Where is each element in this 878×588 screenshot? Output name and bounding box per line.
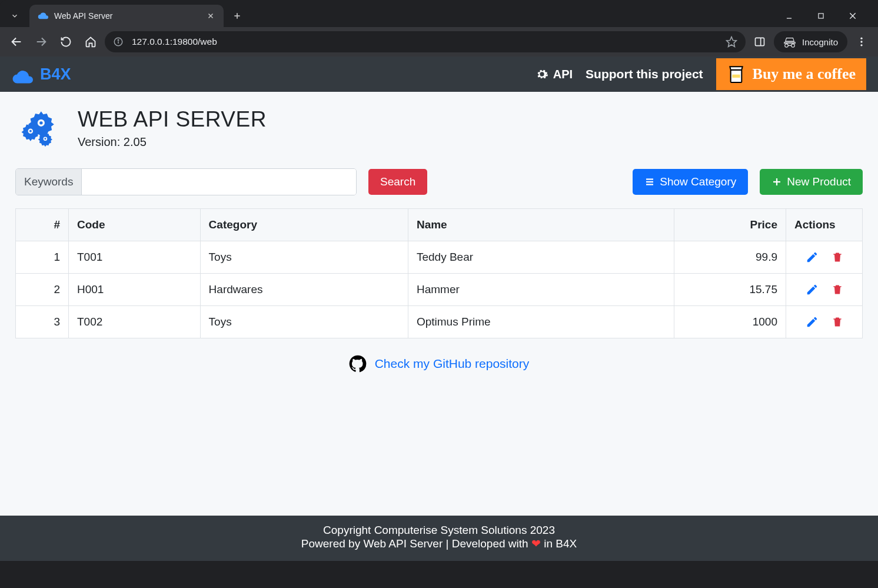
address-bar[interactable]: 127.0.0.1:19800/web (105, 31, 746, 52)
maximize-button[interactable] (812, 7, 830, 25)
url-text: 127.0.0.1:19800/web (132, 36, 717, 47)
col-num: # (16, 209, 69, 241)
app-navbar: B4X API Support this project Buy me a co… (0, 57, 878, 92)
github-icon (349, 355, 367, 373)
keywords-label: Keywords (16, 169, 82, 195)
cell-price: 99.9 (674, 241, 786, 274)
version-text: Version: 2.05 (78, 135, 267, 149)
cell-price: 1000 (674, 306, 786, 338)
support-link[interactable]: Support this project (586, 67, 703, 81)
edit-icon[interactable] (806, 251, 819, 264)
cell-num: 3 (16, 306, 69, 338)
show-category-label: Show Category (660, 175, 736, 188)
col-price: Price (674, 209, 786, 241)
forward-button[interactable] (31, 31, 52, 52)
footer-line1: Copyright Computerise System Solutions 2… (0, 524, 878, 537)
minimize-button[interactable] (780, 7, 798, 25)
delete-icon[interactable] (832, 315, 843, 328)
brand-text: B4X (40, 65, 71, 84)
edit-icon[interactable] (806, 315, 819, 328)
keywords-input[interactable] (82, 169, 356, 195)
cell-name: Hammer (408, 274, 674, 306)
plus-icon (771, 177, 782, 187)
browser-chrome: Web API Server 127.0.0.1:19800/web Incog… (0, 0, 878, 57)
buy-coffee-button[interactable]: Buy me a coffee (716, 58, 866, 90)
cell-num: 1 (16, 241, 69, 274)
coffee-cup-icon (727, 64, 746, 85)
window-controls (780, 7, 873, 25)
tab-strip: Web API Server (0, 0, 878, 27)
heart-icon: ❤ (531, 537, 541, 550)
cell-num: 2 (16, 274, 69, 306)
api-link[interactable]: API (536, 68, 573, 81)
site-info-icon[interactable] (113, 36, 124, 47)
keywords-group: Keywords (15, 168, 357, 195)
show-category-button[interactable]: Show Category (633, 169, 748, 195)
incognito-indicator[interactable]: Incognito (774, 31, 847, 52)
new-product-button[interactable]: New Product (760, 169, 863, 195)
cell-category: Hardwares (200, 274, 408, 306)
svg-point-18 (860, 44, 862, 46)
bookmark-star-icon[interactable] (726, 36, 737, 48)
svg-point-27 (44, 138, 46, 139)
col-actions: Actions (786, 209, 863, 241)
cell-code: T002 (69, 306, 201, 338)
cloud-icon (12, 67, 33, 82)
tab-title: Web API Server (54, 11, 200, 21)
col-category: Category (200, 209, 408, 241)
svg-rect-5 (819, 14, 823, 18)
svg-point-17 (860, 41, 862, 42)
svg-point-12 (118, 39, 119, 41)
cell-category: Toys (200, 306, 408, 338)
col-name: Name (408, 209, 674, 241)
col-code: Code (69, 209, 201, 241)
cell-code: H001 (69, 274, 201, 306)
browser-menu-button[interactable] (851, 31, 872, 52)
cell-category: Toys (200, 241, 408, 274)
browser-toolbar: 127.0.0.1:19800/web Incognito (0, 27, 878, 57)
page-content: B4X API Support this project Buy me a co… (0, 57, 878, 516)
page-title: WEB API SERVER (78, 107, 267, 132)
new-tab-button[interactable] (228, 7, 246, 25)
api-label: API (553, 68, 573, 81)
search-button[interactable]: Search (368, 169, 427, 195)
svg-marker-13 (727, 37, 737, 47)
table-row: 3T002ToysOptimus Prime1000 (16, 306, 863, 338)
svg-rect-14 (756, 38, 764, 45)
coffee-label: Buy me a coffee (753, 65, 856, 83)
incognito-icon (783, 35, 796, 48)
close-window-button[interactable] (844, 7, 862, 25)
svg-point-25 (29, 130, 32, 132)
edit-icon[interactable] (806, 283, 819, 296)
svg-rect-20 (732, 75, 740, 78)
cell-price: 15.75 (674, 274, 786, 306)
side-panel-button[interactable] (749, 31, 770, 52)
delete-icon[interactable] (832, 251, 843, 264)
back-button[interactable] (6, 31, 27, 52)
incognito-label: Incognito (802, 37, 838, 47)
cell-name: Optimus Prime (408, 306, 674, 338)
svg-point-23 (39, 121, 42, 124)
cell-name: Teddy Bear (408, 241, 674, 274)
github-link[interactable]: Check my GitHub repository (375, 357, 530, 371)
gears-icon (15, 107, 61, 153)
home-button[interactable] (80, 31, 101, 52)
brand-link[interactable]: B4X (12, 65, 71, 84)
table-row: 2H001HardwaresHammer15.75 (16, 274, 863, 306)
browser-tab[interactable]: Web API Server (29, 5, 224, 27)
footer-line2: Powered by Web API Server | Developed wi… (0, 537, 878, 550)
list-icon (644, 177, 655, 187)
svg-point-16 (860, 38, 862, 39)
products-table: # Code Category Name Price Actions 1T001… (15, 208, 863, 338)
reload-button[interactable] (55, 31, 77, 52)
new-product-label: New Product (787, 175, 851, 188)
cloud-icon (38, 11, 48, 21)
delete-icon[interactable] (832, 283, 843, 296)
gear-icon (536, 68, 548, 81)
table-row: 1T001ToysTeddy Bear99.9 (16, 241, 863, 274)
tab-search-button[interactable] (5, 6, 25, 25)
close-tab-button[interactable] (206, 11, 215, 21)
cell-code: T001 (69, 241, 201, 274)
page-footer: Copyright Computerise System Solutions 2… (0, 516, 878, 561)
